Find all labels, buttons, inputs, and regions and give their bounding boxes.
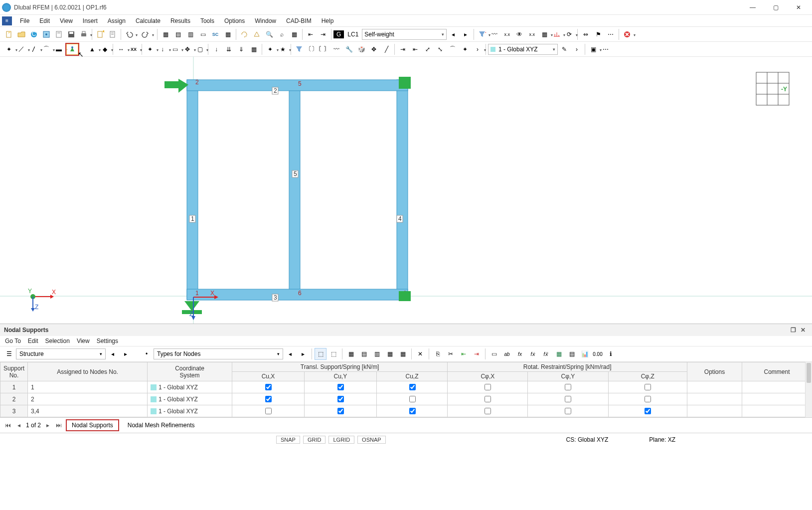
- menu-window[interactable]: Window: [250, 16, 281, 26]
- tables-icon[interactable]: ▦: [222, 28, 234, 40]
- dimension-icon[interactable]: ↔▾: [115, 43, 127, 55]
- show-eye-icon[interactable]: 👁: [513, 28, 525, 40]
- new-line-icon[interactable]: ／▾: [15, 43, 27, 55]
- filter-magnify-icon[interactable]: 🔍: [263, 28, 275, 40]
- dice-icon[interactable]: 🎲: [355, 43, 367, 55]
- new-node-icon[interactable]: ✦▾: [3, 43, 15, 55]
- tab-nodal-supports[interactable]: Nodal Supports: [66, 419, 119, 431]
- lasso-icon[interactable]: [238, 28, 250, 40]
- split-icon[interactable]: ⤢: [422, 43, 434, 55]
- delete-results-icon[interactable]: ▾: [621, 28, 633, 40]
- panel-select-icon[interactable]: ⬚: [315, 348, 326, 360]
- panel-right-combo[interactable]: Types for Nodes▾: [154, 348, 283, 359]
- menu-help[interactable]: Help: [317, 16, 339, 26]
- snap-button[interactable]: SNAP: [276, 436, 300, 444]
- menu-calculate[interactable]: Calculate: [131, 16, 165, 26]
- checkbox[interactable]: [565, 408, 571, 414]
- model-manager-icon[interactable]: [40, 28, 52, 40]
- view-cube[interactable]: -Y: [753, 69, 792, 108]
- prev-lc-icon[interactable]: ◂: [447, 28, 459, 40]
- table-scrollbar[interactable]: [805, 362, 812, 417]
- panel-menu-edit[interactable]: Edit: [28, 338, 38, 344]
- panel-grid1-icon[interactable]: ▦: [345, 348, 357, 360]
- print-preview-icon[interactable]: [53, 28, 65, 40]
- lgrid-button[interactable]: LGRID: [328, 436, 354, 444]
- menu-view[interactable]: View: [55, 16, 78, 26]
- menu-edit[interactable]: Edit: [34, 16, 55, 26]
- grid-view-icon[interactable]: ▦: [288, 28, 300, 40]
- checkbox[interactable]: [645, 384, 651, 390]
- nav-next-icon[interactable]: ▸: [44, 422, 52, 429]
- panel-restore-icon[interactable]: ❐: [788, 327, 798, 334]
- panel-nav-next-icon[interactable]: ▸: [120, 348, 132, 360]
- panel-menu-selection[interactable]: Selection: [45, 338, 70, 344]
- panel-export-red-icon[interactable]: ⇥: [471, 348, 483, 360]
- panel-fx-icon[interactable]: fx: [514, 348, 526, 360]
- show-deform-icon[interactable]: 〰: [488, 28, 500, 40]
- panel-import-green-icon[interactable]: ⇤: [458, 348, 470, 360]
- redo-icon[interactable]: ▾: [140, 28, 152, 40]
- new-arc-icon[interactable]: ⌒▾: [40, 43, 52, 55]
- checkbox[interactable]: [565, 396, 571, 402]
- new-object-icon[interactable]: ✦▾: [264, 43, 276, 55]
- col-cux[interactable]: Cu,X: [232, 372, 305, 381]
- panel-fx3-icon[interactable]: fẍ: [540, 348, 552, 360]
- checkbox[interactable]: [645, 408, 651, 414]
- table-data-icon[interactable]: ▥: [184, 28, 196, 40]
- panel-nav-prev2-icon[interactable]: ◂: [284, 348, 296, 360]
- panel-fx2-icon[interactable]: fẋ: [527, 348, 539, 360]
- menu-options[interactable]: Options: [219, 16, 250, 26]
- checkbox[interactable]: [337, 408, 344, 414]
- app-menu-button[interactable]: ≡: [2, 16, 12, 25]
- maximize-button[interactable]: ▢: [764, 0, 787, 14]
- undo-icon[interactable]: ▾: [123, 28, 135, 40]
- surface-support-icon[interactable]: ◆▾: [99, 43, 111, 55]
- panel-copy-icon[interactable]: ⎘: [432, 348, 444, 360]
- panel-menu-goto[interactable]: Go To: [5, 338, 21, 344]
- transform-icon[interactable]: ✥: [368, 43, 380, 55]
- new-star-icon[interactable]: ✦: [459, 43, 471, 55]
- checkbox[interactable]: [265, 408, 272, 414]
- new-member-icon[interactable]: ▬▾: [53, 43, 65, 55]
- load-pattern-icon[interactable]: ▦: [248, 43, 260, 55]
- osnap-button[interactable]: OSNAP: [357, 436, 386, 444]
- coord-system-combo[interactable]: 1 - Global XYZ ▾: [488, 44, 558, 55]
- col-cphix[interactable]: Cφ,X: [448, 372, 528, 381]
- panel-bullet-icon[interactable]: •: [141, 348, 153, 360]
- cloud-icon[interactable]: C: [28, 28, 40, 40]
- wrench-icon[interactable]: 🔧: [343, 43, 355, 55]
- checkbox[interactable]: [265, 384, 272, 390]
- col-options[interactable]: Options: [687, 362, 742, 381]
- table-navigator-icon[interactable]: ▤: [172, 28, 184, 40]
- panel-window-icon[interactable]: ▭: [488, 348, 500, 360]
- panel-excel-icon[interactable]: ▦: [553, 348, 565, 360]
- filter-delete-icon[interactable]: ✕▾: [476, 28, 488, 40]
- checkbox[interactable]: [485, 396, 491, 402]
- checkbox[interactable]: [409, 408, 416, 414]
- panel-info-icon[interactable]: ℹ: [605, 348, 617, 360]
- cs-more-icon[interactable]: ›: [571, 43, 583, 55]
- bracket-icon[interactable]: 〔〕: [306, 43, 318, 55]
- grid-button[interactable]: GRID: [303, 436, 326, 444]
- show-xx-icon[interactable]: x.x: [501, 28, 513, 40]
- panel-select2-icon[interactable]: ⬚: [327, 348, 339, 360]
- checkbox[interactable]: [565, 384, 571, 390]
- flag-icon[interactable]: ⚑: [592, 28, 604, 40]
- nodal-support-icon[interactable]: [65, 43, 79, 56]
- results-colors-icon[interactable]: ▦▾: [538, 28, 550, 40]
- menu-cadbim[interactable]: CAD-BIM: [281, 16, 317, 26]
- checkbox[interactable]: [409, 384, 416, 390]
- checkbox[interactable]: [645, 396, 651, 402]
- more-toolbar1-icon[interactable]: ⋯: [605, 28, 617, 40]
- chevron-icon[interactable]: ›▾: [472, 43, 484, 55]
- col-comment[interactable]: Comment: [742, 362, 812, 381]
- special-icon[interactable]: ★▾: [277, 43, 289, 55]
- edge-icon[interactable]: ╱: [380, 43, 392, 55]
- load-line-icon[interactable]: ⇊: [223, 43, 235, 55]
- panel-grid2-icon[interactable]: ▤: [358, 348, 370, 360]
- select-polygon-icon[interactable]: [251, 28, 263, 40]
- panel-tree-icon[interactable]: ☰: [3, 348, 15, 360]
- panel-left-combo[interactable]: Structure▾: [16, 348, 106, 359]
- view-direction-icon[interactable]: ⇔: [580, 28, 592, 40]
- panel-report-icon[interactable]: ▤: [566, 348, 578, 360]
